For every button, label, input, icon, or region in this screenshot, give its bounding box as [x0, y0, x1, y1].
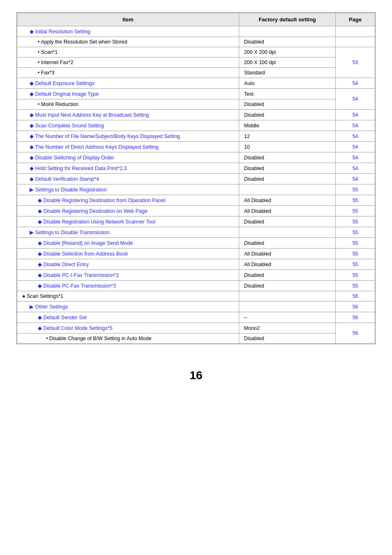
item-cell: ◆ Disable Selection from Address Book [17, 249, 239, 259]
page-cell: 55 [336, 238, 375, 249]
item-text: ◆ Scan Complete Sound Setting [30, 123, 104, 129]
item-text: ◆ Default Sender Set [38, 315, 87, 320]
factory-cell: All Disabled [239, 259, 336, 270]
table-row: ◆ Default Exposure SettingsAuto54 [17, 78, 375, 89]
page-cell: 55 [336, 206, 375, 216]
page-cell: 54 [336, 131, 375, 142]
table-row: ◆ The Number of File Name/Subject/Body K… [17, 131, 375, 142]
page-cell: 54 [336, 174, 375, 184]
table-row: ◆ Default Verification Stamp*4Disabled54 [17, 174, 375, 184]
factory-cell: All Disabled [239, 195, 336, 206]
factory-cell: All Disabled [239, 249, 336, 259]
factory-cell: Disabled [239, 270, 336, 281]
item-text: • Disable Change of B/W Setting in Auto … [46, 336, 152, 341]
settings-table: Item Factory default setting Page ◆ Init… [17, 13, 375, 344]
item-text: ◆ Default Color Mode Settings*5 [38, 325, 113, 331]
item-text: ◆ Disable Registering Destination on Web… [38, 208, 148, 214]
item-cell: • Fax*3 [17, 68, 239, 78]
page-cell: 55 [336, 195, 375, 206]
item-text: • Moiré Reduction [38, 101, 78, 107]
factory-cell: Standard [239, 68, 336, 78]
page-cell: 54 [336, 152, 375, 163]
table-row: • Disable Change of B/W Setting in Auto … [17, 334, 375, 344]
page-cell: 54 [336, 89, 375, 110]
item-text: ◆ Default Verification Stamp*4 [30, 176, 99, 182]
item-cell: ◆ Disable Direct Entry [17, 259, 239, 270]
factory-cell [239, 227, 336, 238]
page-cell: 55 [336, 184, 375, 195]
page-cell [336, 37, 375, 47]
item-cell: ▶ Other Settings [17, 302, 239, 312]
table-row: ◆ Hold Setting for Received Data Print*2… [17, 163, 375, 174]
item-text: ◆ Default Exposure Settings [30, 81, 95, 86]
factory-cell: Disabled [239, 152, 336, 163]
table-row: ▶ Other Settings56 [17, 302, 375, 312]
item-cell: ▶ Settings to Disable Transmission [17, 227, 239, 238]
item-cell: ◆ The Number of Direct Address Keys Disp… [17, 142, 239, 152]
header-factory: Factory default setting [239, 13, 336, 26]
table-row: ◆ Default Color Mode Settings*5Mono256 [17, 323, 375, 334]
factory-cell: Disabled [239, 281, 336, 291]
item-cell: • Disable Change of B/W Setting in Auto … [17, 334, 239, 344]
item-cell: ◆ Must Input Next Address Key at Broadca… [17, 110, 239, 120]
page-cell: 53 [336, 47, 375, 78]
table-row: ◆ Disable PC-I-Fax Transmission*2Disable… [17, 270, 375, 281]
table-row: ◆ Disable PC-Fax Transmission*3Disabled5… [17, 281, 375, 291]
header-page: Page [336, 13, 375, 26]
table-row: ◆ Initial Resolution Setting [17, 26, 375, 37]
page-cell: 54 [336, 163, 375, 174]
factory-cell: Disabled [239, 37, 336, 47]
item-cell: • Internet Fax*2 [17, 58, 239, 68]
item-text: • Fax*3 [38, 70, 55, 76]
table-row: ▶ Settings to Disable Registration55 [17, 184, 375, 195]
item-cell: ◆ Initial Resolution Setting [17, 26, 239, 37]
factory-cell: Mono2 [239, 323, 336, 334]
table-row: • Moiré ReductionDisabled [17, 99, 375, 110]
item-cell: ◆ Disable Registering Destination on Web… [17, 206, 239, 216]
factory-cell: Disabled [239, 163, 336, 174]
page-cell: 56 [336, 312, 375, 323]
page-cell: 55 [336, 281, 375, 291]
page-cell: 54 [336, 78, 375, 89]
item-text: ◆ Disable Registration Using Network Sca… [38, 219, 155, 225]
main-table-container: Item Factory default setting Page ◆ Init… [16, 12, 376, 344]
factory-cell [239, 291, 336, 302]
item-text: ◆ Disable PC-Fax Transmission*3 [38, 283, 116, 289]
item-text: ▶ Settings to Disable Registration [30, 187, 107, 193]
table-row: • Scan*1200 X 200 dpi53 [17, 47, 375, 58]
item-text: • Apply the Resolution Set when Stored [38, 39, 127, 45]
page-number: 16 [16, 369, 376, 382]
factory-cell: Middle [239, 120, 336, 131]
page-cell [336, 26, 375, 37]
item-cell: ◆ Disable Registering Destination from O… [17, 195, 239, 206]
item-cell: ◆ Disable PC-I-Fax Transmission*2 [17, 270, 239, 281]
factory-cell: 12 [239, 131, 336, 142]
page-cell: 55 [336, 249, 375, 259]
item-text: ◆ Hold Setting for Received Data Print*2… [30, 166, 127, 171]
factory-cell: Text [239, 89, 336, 99]
table-row: ◆ Default Sender Set–56 [17, 312, 375, 323]
item-text: ▶ Settings to Disable Transmission [30, 230, 110, 235]
table-row: ▶ Settings to Disable Transmission55 [17, 227, 375, 238]
factory-cell: Disabled [239, 216, 336, 227]
page-cell: 55 [336, 259, 375, 270]
table-row: • Apply the Resolution Set when StoredDi… [17, 37, 375, 47]
page-cell: 56 [336, 323, 375, 344]
item-cell: ◆ Disable Switching of Display Order [17, 152, 239, 163]
item-text: ◆ Disable Selection from Address Book [38, 251, 128, 257]
item-text: ◆ The Number of File Name/Subject/Body K… [30, 134, 180, 139]
item-text: ◆ Must Input Next Address Key at Broadca… [30, 112, 149, 118]
factory-cell: Disabled [239, 110, 336, 120]
table-row: ◆ The Number of Direct Address Keys Disp… [17, 142, 375, 152]
factory-cell [239, 26, 336, 37]
factory-cell: Auto [239, 78, 336, 89]
item-text: ◆ Disable [Resend] on Image Send Mode [38, 240, 133, 246]
factory-cell: 200 X 100 dpi [239, 58, 336, 68]
item-cell: ◆ Disable [Resend] on Image Send Mode [17, 238, 239, 249]
header-item: Item [17, 13, 239, 26]
item-text: ◆ The Number of Direct Address Keys Disp… [30, 144, 158, 150]
table-row: ◆ Disable Switching of Display OrderDisa… [17, 152, 375, 163]
table-row: • Fax*3Standard [17, 68, 375, 78]
item-cell: • Moiré Reduction [17, 99, 239, 110]
item-text: ◆ Disable Switching of Display Order [30, 155, 114, 161]
